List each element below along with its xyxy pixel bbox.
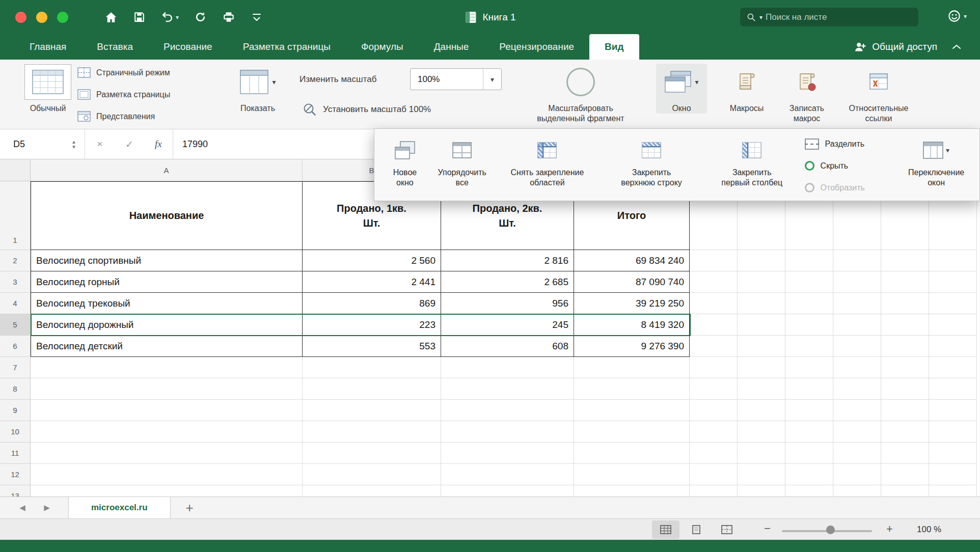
cell-H10[interactable] — [833, 421, 881, 443]
cell-I8[interactable] — [881, 378, 929, 400]
cell-E4[interactable] — [690, 293, 738, 314]
cell-G10[interactable] — [785, 421, 833, 443]
row-header-6[interactable]: 6 — [0, 336, 31, 357]
zoom-slider-thumb[interactable] — [826, 526, 835, 534]
name-box-stepper[interactable]: ▲ ▼ — [71, 140, 76, 149]
cell-J12[interactable] — [929, 464, 977, 485]
cell-E6[interactable] — [690, 336, 738, 357]
cell-E3[interactable] — [690, 271, 738, 293]
cell-C12[interactable] — [441, 464, 574, 485]
cell-B5[interactable]: 223 — [303, 314, 441, 336]
cell-D11[interactable] — [574, 443, 690, 464]
cell-F13[interactable] — [738, 485, 785, 496]
tab-insert[interactable]: Вставка — [81, 34, 148, 60]
tab-home[interactable]: Главная — [14, 34, 81, 60]
cell-A7[interactable] — [31, 357, 303, 378]
cell-H3[interactable] — [833, 271, 881, 293]
cell-D2[interactable]: 69 834 240 — [574, 250, 690, 271]
cell-J2[interactable] — [929, 250, 977, 271]
freeze-top-row-button[interactable]: Закрепитьверхнюю строку — [601, 129, 702, 201]
cell-F5[interactable] — [738, 314, 785, 336]
cell-I10[interactable] — [881, 421, 929, 443]
cell-H9[interactable] — [833, 400, 881, 421]
cell-B13[interactable] — [303, 485, 441, 496]
cell-C7[interactable] — [441, 357, 574, 378]
zoom-100-button[interactable]: Установить масштаб 100% — [303, 102, 431, 117]
zoom-to-selection-button[interactable]: Масштабировать выделенный фрагмент — [530, 64, 632, 123]
undo-button[interactable]: ▾ — [161, 11, 179, 23]
sheet-tab[interactable]: microexcel.ru — [68, 497, 171, 518]
cell-A12[interactable] — [31, 464, 303, 485]
cell-F8[interactable] — [738, 378, 785, 400]
cell-I12[interactable] — [881, 464, 929, 485]
row-header-7[interactable]: 7 — [0, 357, 31, 378]
cell-I4[interactable] — [881, 293, 929, 314]
home-button[interactable] — [104, 11, 118, 24]
cell-G7[interactable] — [785, 357, 833, 378]
cell-A8[interactable] — [31, 378, 303, 400]
cell-G3[interactable] — [785, 271, 833, 293]
column-header-A[interactable]: A — [31, 159, 303, 181]
cell-A6[interactable]: Велосипед детский — [31, 336, 303, 357]
feedback-dropdown-arrow[interactable]: ▾ — [964, 13, 967, 20]
cell-J10[interactable] — [929, 421, 977, 443]
cell-A4[interactable]: Велосипед трековый — [31, 293, 303, 314]
cell-A11[interactable] — [31, 443, 303, 464]
cell-B3[interactable]: 2 441 — [303, 271, 441, 293]
close-window-button[interactable] — [15, 12, 26, 23]
cell-C4[interactable]: 956 — [441, 293, 574, 314]
redo-button[interactable] — [194, 11, 207, 23]
cell-C13[interactable] — [441, 485, 574, 496]
name-box[interactable]: D5 — [0, 129, 71, 159]
cell-B8[interactable] — [303, 378, 441, 400]
cell-G8[interactable] — [785, 378, 833, 400]
cell-I9[interactable] — [881, 400, 929, 421]
cell-C9[interactable] — [441, 400, 574, 421]
normal-view-button[interactable]: Обычный — [19, 64, 76, 114]
cell-I2[interactable] — [881, 250, 929, 271]
collapse-ribbon-button[interactable] — [950, 41, 963, 55]
cell-B6[interactable]: 553 — [303, 336, 441, 357]
cell-C2[interactable]: 2 816 — [441, 250, 574, 271]
page-layout-view-toggle[interactable] — [683, 520, 710, 539]
window-button[interactable]: ▾ Окно — [656, 64, 707, 114]
cell-D13[interactable] — [574, 485, 690, 496]
cell-F12[interactable] — [738, 464, 785, 485]
cell-D12[interactable] — [574, 464, 690, 485]
cell-A10[interactable] — [31, 421, 303, 443]
undo-dropdown-arrow[interactable]: ▾ — [176, 14, 179, 21]
cell-E5[interactable] — [690, 314, 738, 336]
next-sheet-button[interactable]: ▶ — [35, 503, 59, 512]
cell-C6[interactable]: 608 — [441, 336, 574, 357]
cell-D3[interactable]: 87 090 740 — [574, 271, 690, 293]
tab-page-layout[interactable]: Разметка страницы — [228, 34, 346, 60]
cell-H4[interactable] — [833, 293, 881, 314]
cell-H8[interactable] — [833, 378, 881, 400]
cell-F9[interactable] — [738, 400, 785, 421]
row-header-9[interactable]: 9 — [0, 400, 31, 421]
search-scope-dropdown-arrow[interactable]: ▾ — [759, 14, 763, 21]
cell-G13[interactable] — [785, 485, 833, 496]
tab-view[interactable]: Вид — [589, 34, 639, 60]
cell-F2[interactable] — [738, 250, 785, 271]
cell-C11[interactable] — [441, 443, 574, 464]
customize-toolbar-button[interactable] — [251, 11, 263, 23]
cell-B4[interactable]: 869 — [303, 293, 441, 314]
cell-A2[interactable]: Велосипед спортивный — [31, 250, 303, 271]
cell-E10[interactable] — [690, 421, 738, 443]
switch-windows-button[interactable]: ▾ Переключениеокон — [898, 129, 974, 201]
cell-G9[interactable] — [785, 400, 833, 421]
search-input[interactable] — [766, 12, 912, 22]
arrange-all-button[interactable]: Упорядочитьвсе — [430, 129, 494, 201]
cell-B9[interactable] — [303, 400, 441, 421]
cell-J13[interactable] — [929, 485, 977, 496]
cell-C10[interactable] — [441, 421, 574, 443]
row-header-8[interactable]: 8 — [0, 378, 31, 400]
row-header-2[interactable]: 2 — [0, 250, 31, 271]
cell-B7[interactable] — [303, 357, 441, 378]
row-header-13[interactable]: 13 — [0, 485, 31, 496]
cell-C8[interactable] — [441, 378, 574, 400]
cell-E8[interactable] — [690, 378, 738, 400]
hide-button[interactable]: Скрыть — [802, 155, 899, 177]
cell-I5[interactable] — [881, 314, 929, 336]
